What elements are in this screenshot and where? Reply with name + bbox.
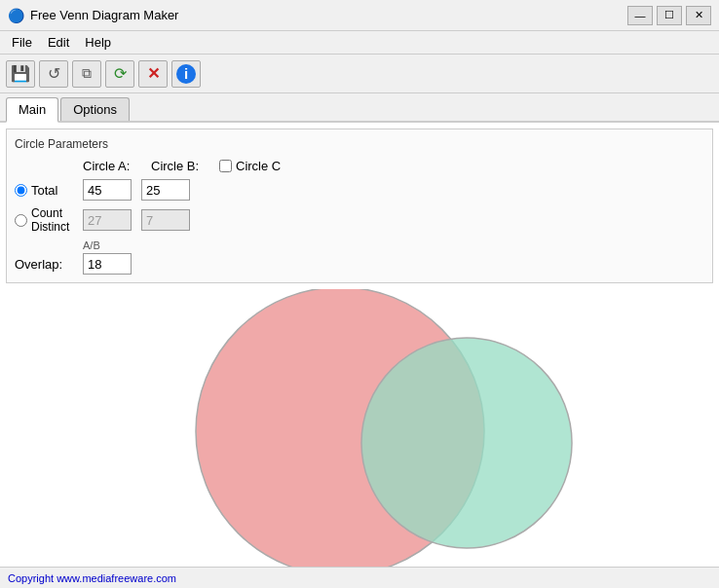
menu-help[interactable]: Help xyxy=(77,33,119,52)
statusbar: Copyright www.mediafreeware.com xyxy=(0,567,719,588)
total-radio-label[interactable]: Total xyxy=(15,183,83,198)
delete-button[interactable]: ✕ xyxy=(138,60,168,88)
circle-b-total-input[interactable]: 25 xyxy=(141,179,190,201)
venn-diagram-area xyxy=(0,289,719,567)
circle-b-header-label: Circle B: xyxy=(151,159,209,173)
count-distinct-radio[interactable] xyxy=(15,214,27,227)
params-header-row: Circle A: Circle B: Circle C xyxy=(83,159,704,173)
delete-icon: ✕ xyxy=(147,64,160,83)
undo-icon: ↺ xyxy=(48,64,60,83)
menu-edit[interactable]: Edit xyxy=(40,33,77,52)
maximize-button[interactable]: ☐ xyxy=(657,6,682,25)
venn-svg xyxy=(106,289,613,567)
undo-button[interactable]: ↺ xyxy=(39,60,68,88)
copy-icon: ⧉ xyxy=(82,65,92,82)
tab-bar: Main Options xyxy=(0,93,719,123)
main-content: Circle Parameters Circle A: Circle B: Ci… xyxy=(0,123,719,567)
circle-a-total-input[interactable]: 45 xyxy=(83,179,132,201)
refresh-icon: ⟳ xyxy=(114,64,127,83)
circle-b-distinct-input[interactable] xyxy=(141,209,190,231)
overlap-label: Overlap: xyxy=(15,257,83,272)
copy-button[interactable]: ⧉ xyxy=(72,60,101,88)
save-button[interactable]: 💾 xyxy=(6,60,35,88)
titlebar: 🔵 Free Venn Diagram Maker — ☐ ✕ xyxy=(0,0,719,31)
tab-options[interactable]: Options xyxy=(60,97,130,121)
total-inputs: 45 25 xyxy=(83,179,190,201)
titlebar-controls: — ☐ ✕ xyxy=(627,6,711,25)
circle-c-checkbox[interactable] xyxy=(219,160,232,172)
count-distinct-radio-label[interactable]: CountDistinct xyxy=(15,206,83,234)
close-button[interactable]: ✕ xyxy=(686,6,711,25)
circle-c-checkbox-label[interactable]: Circle C xyxy=(219,159,281,173)
status-text: Copyright www.mediafreeware.com xyxy=(8,572,176,584)
tab-main[interactable]: Main xyxy=(6,97,58,123)
minimize-button[interactable]: — xyxy=(627,6,653,25)
menu-file[interactable]: File xyxy=(4,33,40,52)
overlap-row: Overlap: xyxy=(15,253,704,275)
total-row: Total 45 25 xyxy=(15,179,704,201)
save-icon: 💾 xyxy=(11,64,30,83)
params-title: Circle Parameters xyxy=(15,137,704,151)
total-radio[interactable] xyxy=(15,184,27,197)
circle-parameters-panel: Circle Parameters Circle A: Circle B: Ci… xyxy=(6,129,713,283)
overlap-ab-input[interactable] xyxy=(83,253,132,275)
circle-c-label-text: Circle C xyxy=(236,159,281,173)
overlap-sublabel: A/B xyxy=(83,239,704,251)
app-title: Free Venn Diagram Maker xyxy=(30,8,622,22)
app-icon: 🔵 xyxy=(8,8,24,23)
circle-a-header-label: Circle A: xyxy=(83,159,141,173)
info-icon: i xyxy=(176,64,196,84)
count-distinct-row: CountDistinct xyxy=(15,206,704,234)
total-label: Total xyxy=(31,183,57,198)
menubar: File Edit Help xyxy=(0,31,719,55)
distinct-inputs xyxy=(83,209,190,231)
count-distinct-label: CountDistinct xyxy=(31,206,69,234)
refresh-button[interactable]: ⟳ xyxy=(105,60,134,88)
venn-circle-b xyxy=(361,338,572,548)
toolbar: 💾 ↺ ⧉ ⟳ ✕ i xyxy=(0,55,719,93)
info-button[interactable]: i xyxy=(171,60,201,88)
circle-a-distinct-input[interactable] xyxy=(83,209,132,231)
